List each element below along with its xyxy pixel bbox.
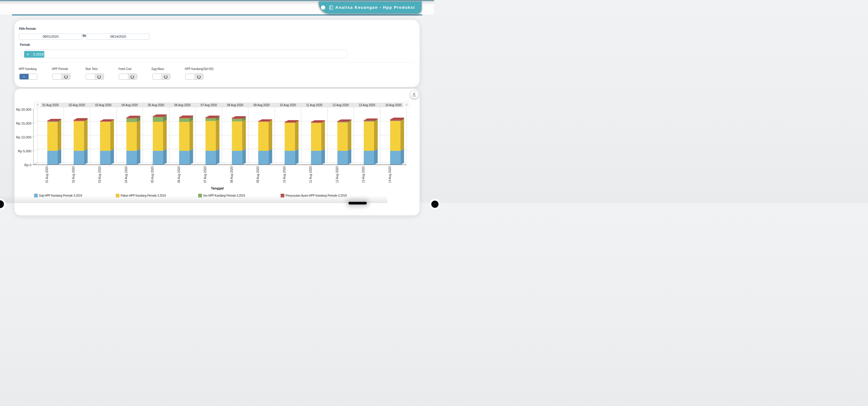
svg-text:Tanggal: Tanggal	[211, 186, 224, 190]
svg-text:Rp 10,000: Rp 10,000	[16, 136, 31, 139]
svg-text:Rp 20,000: Rp 20,000	[16, 108, 31, 111]
svg-text:05 Aug 2020: 05 Aug 2020	[150, 167, 154, 183]
svg-text:06 Aug 2020: 06 Aug 2020	[174, 103, 190, 107]
svg-text:01 Aug 2020: 01 Aug 2020	[45, 167, 49, 183]
svg-text:09 Aug 2020: 09 Aug 2020	[253, 103, 270, 107]
svg-text:10 Aug 2020: 10 Aug 2020	[282, 167, 286, 183]
svg-text:05 Aug 2020: 05 Aug 2020	[148, 103, 164, 107]
svg-text:06 Aug 2020: 06 Aug 2020	[177, 167, 181, 183]
svg-text:07 Aug 2020: 07 Aug 2020	[203, 167, 207, 183]
svg-text:10 Aug 2020: 10 Aug 2020	[280, 103, 296, 107]
svg-text:02 Aug 2020: 02 Aug 2020	[71, 167, 75, 183]
svg-text:13 Aug 2020: 13 Aug 2020	[359, 103, 375, 107]
svg-text:11 Aug 2020: 11 Aug 2020	[309, 167, 312, 183]
svg-text:09 Aug 2020: 09 Aug 2020	[256, 167, 259, 183]
svg-text:12 Aug 2020: 12 Aug 2020	[335, 167, 339, 183]
svg-text:Rp 0: Rp 0	[24, 163, 31, 167]
svg-text:14 Aug 2020: 14 Aug 2020	[385, 103, 401, 107]
svg-text:14 Aug 2020: 14 Aug 2020	[388, 167, 392, 183]
svg-text:Rp 5,000: Rp 5,000	[18, 149, 31, 153]
svg-text:03 Aug 2020: 03 Aug 2020	[98, 167, 101, 183]
svg-text:12 Aug 2020: 12 Aug 2020	[333, 103, 349, 107]
svg-text:04 Aug 2020: 04 Aug 2020	[124, 167, 128, 183]
svg-text:08 Aug 2020: 08 Aug 2020	[227, 103, 243, 107]
svg-text:Rp 15,000: Rp 15,000	[16, 121, 31, 125]
svg-text:13 Aug 2020: 13 Aug 2020	[361, 167, 365, 183]
svg-text:08 Aug 2020: 08 Aug 2020	[230, 167, 233, 183]
svg-text:11 Aug 2020: 11 Aug 2020	[306, 103, 322, 107]
svg-text:03 Aug 2020: 03 Aug 2020	[95, 103, 112, 107]
svg-text:07 Aug 2020: 07 Aug 2020	[201, 103, 217, 107]
svg-text:01 Aug 2020: 01 Aug 2020	[42, 103, 59, 107]
svg-text:04 Aug 2020: 04 Aug 2020	[121, 103, 138, 107]
svg-text:02 Aug 2020: 02 Aug 2020	[69, 103, 85, 107]
